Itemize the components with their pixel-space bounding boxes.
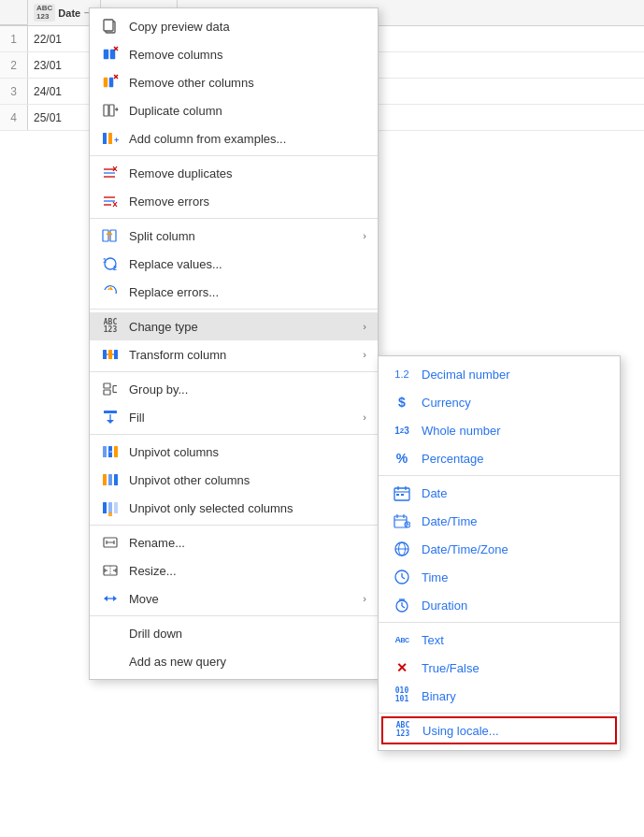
currency-icon: $ xyxy=(392,393,412,411)
separator-4 xyxy=(90,371,378,372)
svg-rect-42 xyxy=(104,383,110,388)
svg-text:1: 1 xyxy=(103,257,107,264)
separator-2 xyxy=(90,218,378,219)
menu-item-fill[interactable]: Fill › xyxy=(90,403,378,431)
submenu-sep-1 xyxy=(379,475,620,476)
cell-date-1: 22/01 xyxy=(28,26,93,51)
transform-column-icon xyxy=(101,345,120,364)
svg-rect-77 xyxy=(396,494,399,496)
remove-duplicates-icon xyxy=(101,164,120,182)
svg-rect-15 xyxy=(103,133,107,144)
menu-item-replace-errors[interactable]: ! Replace errors... xyxy=(90,278,378,306)
svg-line-91 xyxy=(402,577,405,579)
rename-label: Rename... xyxy=(129,536,366,550)
submenu-item-whole[interactable]: 123 Whole number xyxy=(379,416,620,444)
submenu-item-time[interactable]: Time xyxy=(379,563,620,591)
add-examples-label: Add column from examples... xyxy=(129,132,366,146)
menu-item-unpivot-selected[interactable]: Unpivot only selected columns xyxy=(90,494,378,522)
change-type-icon: ABC 123 xyxy=(101,317,120,336)
menu-item-group-by[interactable]: Group by... xyxy=(90,375,378,403)
svg-rect-59 xyxy=(114,502,118,513)
add-new-query-label: Add as new query xyxy=(129,655,366,669)
cell-date-4: 25/01 xyxy=(28,105,93,130)
remove-other-columns-label: Remove other columns xyxy=(129,76,366,90)
row-num-header xyxy=(0,0,28,25)
svg-rect-57 xyxy=(103,502,107,513)
separator-6 xyxy=(90,525,378,526)
fill-icon xyxy=(101,408,120,426)
submenu-item-text[interactable]: ABC Text xyxy=(379,626,620,654)
menu-item-rename[interactable]: Rename... xyxy=(90,528,378,556)
submenu-item-currency[interactable]: $ Currency xyxy=(379,388,620,416)
svg-rect-38 xyxy=(108,350,112,359)
menu-item-resize[interactable]: Resize... xyxy=(90,556,378,584)
split-column-arrow: › xyxy=(363,230,366,241)
remove-errors-label: Remove errors xyxy=(129,195,366,209)
move-icon xyxy=(101,589,120,608)
svg-rect-56 xyxy=(114,474,118,485)
date-icon xyxy=(392,483,412,502)
svg-rect-29 xyxy=(110,230,116,241)
remove-other-columns-icon xyxy=(101,73,120,92)
submenu-item-binary[interactable]: 010101 Binary xyxy=(379,682,620,710)
submenu-item-datetimezone[interactable]: Date/Time/Zone xyxy=(379,535,620,563)
svg-rect-55 xyxy=(108,474,112,485)
submenu-item-truefalse[interactable]: ✕ True/False xyxy=(379,654,620,682)
menu-item-move[interactable]: Move › xyxy=(90,584,378,613)
svg-rect-11 xyxy=(109,105,114,116)
menu-item-transform-column[interactable]: Transform column › xyxy=(90,340,378,368)
unpivot-other-label: Unpivot other columns xyxy=(129,473,366,487)
menu-item-split-column[interactable]: Split column › xyxy=(90,222,378,250)
menu-item-drill-down[interactable]: Drill down xyxy=(90,619,378,647)
text-label: Text xyxy=(422,633,444,647)
move-label: Move xyxy=(129,592,353,606)
menu-item-remove-duplicates[interactable]: Remove duplicates xyxy=(90,159,378,187)
svg-rect-6 xyxy=(104,78,107,87)
submenu-item-date[interactable]: Date xyxy=(379,479,620,507)
unpivot-columns-icon xyxy=(101,442,120,461)
row-num-3: 3 xyxy=(0,79,28,104)
menu-item-duplicate-column[interactable]: Duplicate column xyxy=(90,96,378,124)
replace-values-icon: 1 2 xyxy=(101,254,120,273)
text-icon: ABC xyxy=(392,630,412,649)
separator-1 xyxy=(90,155,378,156)
menu-item-add-new-query[interactable]: Add as new query xyxy=(90,647,378,675)
svg-rect-28 xyxy=(103,230,108,241)
menu-item-remove-other-columns[interactable]: Remove other columns xyxy=(90,68,378,96)
copy-icon xyxy=(101,17,120,36)
submenu-item-datetime[interactable]: Date/Time xyxy=(379,507,620,535)
fill-label: Fill xyxy=(129,411,353,425)
add-examples-icon: + xyxy=(101,129,120,148)
unpivot-selected-label: Unpivot only selected columns xyxy=(129,501,366,515)
change-type-label: Change type xyxy=(129,320,353,334)
menu-item-remove-columns[interactable]: Remove columns xyxy=(90,40,378,68)
submenu-sep-3 xyxy=(379,713,620,714)
menu-item-add-examples[interactable]: + Add column from examples... xyxy=(90,124,378,152)
replace-errors-icon: ! xyxy=(101,282,120,301)
svg-rect-2 xyxy=(104,50,108,59)
submenu-item-percentage[interactable]: % Percentage xyxy=(379,444,620,472)
truefalse-icon: ✕ xyxy=(392,658,412,677)
menu-item-remove-errors[interactable]: Remove errors xyxy=(90,187,378,215)
menu-item-copy-preview[interactable]: Copy preview data xyxy=(90,12,378,40)
datetimezone-icon xyxy=(392,540,412,558)
submenu-sep-2 xyxy=(379,622,620,623)
row-num-2: 2 xyxy=(0,52,28,78)
whole-number-icon: 123 xyxy=(392,421,412,440)
submenu-item-decimal[interactable]: 1.2 Decimal number xyxy=(379,360,620,388)
menu-item-unpivot-other[interactable]: Unpivot other columns xyxy=(90,466,378,494)
menu-item-unpivot-columns[interactable]: Unpivot columns xyxy=(90,438,378,466)
svg-rect-43 xyxy=(104,390,110,395)
resize-label: Resize... xyxy=(129,564,366,578)
replace-errors-label: Replace errors... xyxy=(129,285,366,299)
submenu-item-duration[interactable]: Duration xyxy=(379,591,620,619)
svg-marker-49 xyxy=(107,420,114,424)
svg-rect-3 xyxy=(110,50,115,59)
duplicate-column-icon xyxy=(101,101,120,120)
svg-rect-39 xyxy=(114,350,118,359)
svg-rect-37 xyxy=(103,350,107,359)
svg-rect-10 xyxy=(104,105,108,116)
submenu-item-locale[interactable]: ABC123 Using locale... xyxy=(381,716,617,744)
menu-item-replace-values[interactable]: 1 2 Replace values... xyxy=(90,250,378,278)
menu-item-change-type[interactable]: ABC 123 Change type › xyxy=(90,312,378,340)
